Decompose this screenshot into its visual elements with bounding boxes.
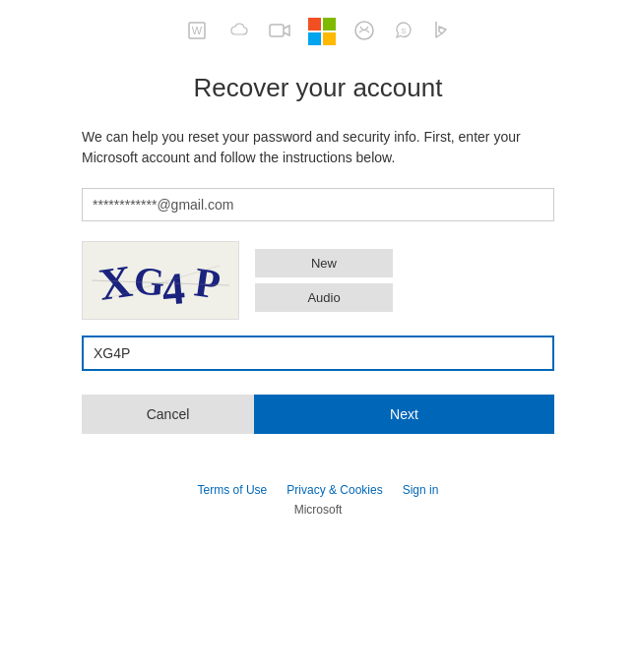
svg-rect-2 bbox=[270, 25, 284, 36]
button-row: Cancel Next bbox=[82, 395, 554, 434]
svg-text:4: 4 bbox=[159, 263, 186, 315]
footer-brand: Microsoft bbox=[294, 503, 343, 517]
office-icon: W bbox=[186, 20, 208, 44]
next-button[interactable]: Next bbox=[254, 395, 554, 434]
captcha-input[interactable] bbox=[82, 336, 554, 371]
new-captcha-button[interactable]: New bbox=[255, 249, 393, 277]
description-text: We can help you reset your password and … bbox=[82, 127, 554, 168]
microsoft-logo bbox=[308, 18, 336, 45]
terms-link[interactable]: Terms of Use bbox=[198, 483, 268, 497]
captcha-image: X G 4 P bbox=[82, 241, 239, 320]
skype-icon: S bbox=[393, 20, 414, 44]
cancel-button[interactable]: Cancel bbox=[82, 395, 254, 434]
audio-captcha-button[interactable]: Audio bbox=[255, 283, 393, 312]
svg-text:S: S bbox=[401, 27, 406, 35]
privacy-link[interactable]: Privacy & Cookies bbox=[286, 483, 382, 497]
signin-link[interactable]: Sign in bbox=[403, 483, 439, 497]
lync-icon bbox=[269, 22, 290, 42]
captcha-buttons: New Audio bbox=[255, 249, 393, 312]
main-container: We can help you reset your password and … bbox=[82, 127, 554, 463]
svg-text:W: W bbox=[192, 25, 203, 36]
footer-links: Terms of Use Privacy & Cookies Sign in bbox=[198, 483, 439, 497]
onedrive-icon bbox=[225, 22, 251, 41]
description-content: We can help you reset your password and … bbox=[82, 129, 521, 165]
footer: Terms of Use Privacy & Cookies Sign in M… bbox=[0, 483, 636, 517]
captcha-section: X G 4 P New Audio bbox=[82, 241, 554, 320]
svg-text:P: P bbox=[192, 259, 223, 307]
bing-icon bbox=[432, 20, 450, 44]
email-input[interactable] bbox=[82, 188, 554, 221]
svg-text:X: X bbox=[95, 256, 135, 310]
top-icon-bar: W S bbox=[186, 18, 450, 45]
page-title: Recover your account bbox=[194, 73, 443, 103]
xbox-icon bbox=[353, 20, 375, 44]
